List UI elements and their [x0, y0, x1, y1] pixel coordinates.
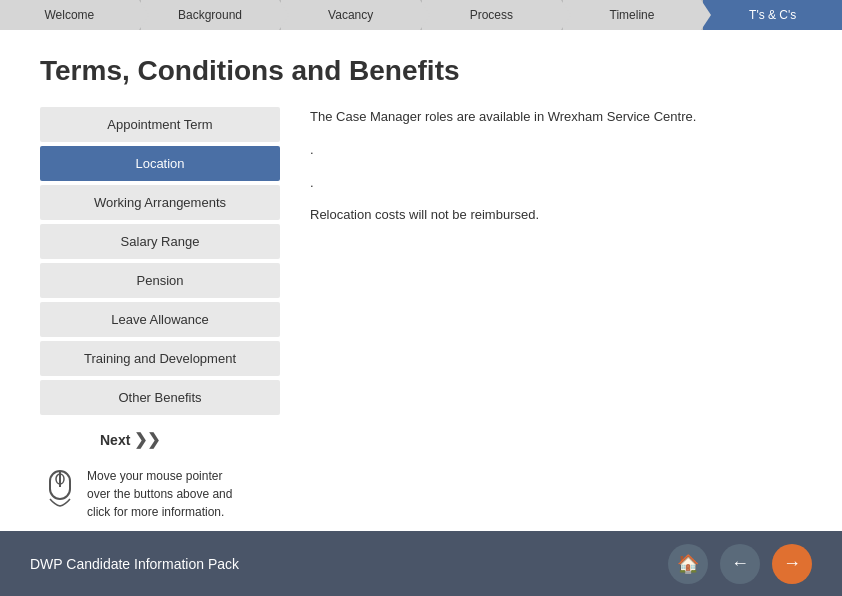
mouse-icon: [45, 469, 75, 514]
footer-title: DWP Candidate Information Pack: [30, 556, 239, 572]
btn-pension[interactable]: Pension: [40, 263, 280, 298]
page-title: Terms, Conditions and Benefits: [40, 55, 802, 87]
right-line3: .: [310, 173, 802, 194]
next-label: Next: [100, 432, 130, 448]
instruction-line3: click for more information.: [87, 505, 224, 519]
forward-icon: →: [783, 553, 801, 574]
btn-appointment-term[interactable]: Appointment Term: [40, 107, 280, 142]
nav-ts-cs[interactable]: T's & C's: [703, 0, 842, 30]
nav-welcome[interactable]: Welcome: [0, 0, 141, 30]
right-line4: Relocation costs will not be reimbursed.: [310, 205, 802, 226]
nav-timeline[interactable]: Timeline: [563, 0, 704, 30]
instruction-line2: over the buttons above and: [87, 487, 232, 501]
nav-vacancy[interactable]: Vacancy: [281, 0, 422, 30]
footer: DWP Candidate Information Pack 🏠 ← →: [0, 531, 842, 596]
back-icon: ←: [731, 553, 749, 574]
content-layout: Appointment Term Location Working Arrang…: [40, 107, 802, 575]
btn-other-benefits[interactable]: Other Benefits: [40, 380, 280, 415]
nav-background[interactable]: Background: [141, 0, 282, 30]
back-button[interactable]: ←: [720, 544, 760, 584]
right-panel: The Case Manager roles are available in …: [310, 107, 802, 575]
nav-process[interactable]: Process: [422, 0, 563, 30]
btn-location[interactable]: Location: [40, 146, 280, 181]
instruction-line1: Move your mouse pointer: [87, 469, 222, 483]
footer-icons: 🏠 ← →: [668, 544, 812, 584]
right-line2: .: [310, 140, 802, 161]
next-area: Next ❯❯: [40, 430, 280, 449]
main-content: Terms, Conditions and Benefits Appointme…: [0, 30, 842, 595]
btn-leave-allowance[interactable]: Leave Allowance: [40, 302, 280, 337]
top-nav: Welcome Background Vacancy Process Timel…: [0, 0, 842, 30]
home-button[interactable]: 🏠: [668, 544, 708, 584]
forward-button[interactable]: →: [772, 544, 812, 584]
right-line1: The Case Manager roles are available in …: [310, 107, 802, 128]
btn-salary-range[interactable]: Salary Range: [40, 224, 280, 259]
home-icon: 🏠: [677, 553, 699, 575]
next-button[interactable]: Next ❯❯: [100, 430, 160, 449]
btn-training-development[interactable]: Training and Development: [40, 341, 280, 376]
next-arrows-icon: ❯❯: [134, 430, 160, 449]
btn-working-arrangements[interactable]: Working Arrangements: [40, 185, 280, 220]
sidebar: Appointment Term Location Working Arrang…: [40, 107, 280, 575]
